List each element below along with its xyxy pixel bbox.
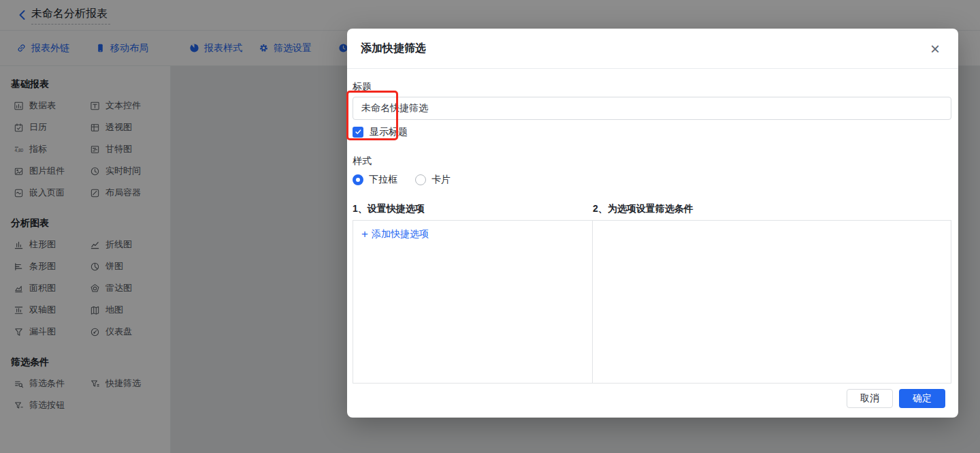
quick-filter-panel: + 添加快捷选项 bbox=[353, 220, 951, 384]
close-icon[interactable]: × bbox=[924, 38, 946, 60]
add-quick-option-link[interactable]: + 添加快捷选项 bbox=[361, 228, 429, 240]
radio-dropdown-label[interactable]: 下拉框 bbox=[369, 174, 397, 186]
radio-dropdown[interactable] bbox=[353, 174, 363, 185]
conditions-column-header: 2、为选项设置筛选条件 bbox=[593, 202, 951, 215]
dialog-header: 添加快捷筛选 bbox=[347, 29, 958, 69]
dialog-footer: 取消 确定 bbox=[847, 389, 945, 408]
check-icon bbox=[355, 128, 362, 136]
options-column-header: 1、设置快捷选项 bbox=[353, 202, 593, 215]
dialog-title: 添加快捷筛选 bbox=[361, 42, 426, 56]
title-field-label: 标题 bbox=[353, 80, 951, 93]
options-list-panel: + 添加快捷选项 bbox=[353, 221, 593, 383]
cancel-button[interactable]: 取消 bbox=[847, 389, 893, 408]
confirm-button[interactable]: 确定 bbox=[899, 389, 945, 408]
radio-card[interactable] bbox=[415, 174, 426, 185]
conditions-panel bbox=[593, 221, 951, 383]
show-title-checkbox[interactable] bbox=[353, 127, 363, 138]
style-field-label: 样式 bbox=[353, 154, 951, 168]
plus-icon: + bbox=[361, 230, 368, 239]
add-quick-filter-dialog: 添加快捷筛选 × 标题 显示标题 样式 下拉框 卡片 1、设置快捷选项 2、为选… bbox=[347, 29, 958, 418]
add-quick-option-label: 添加快捷选项 bbox=[372, 228, 429, 240]
dialog-body: 标题 显示标题 样式 下拉框 卡片 1、设置快捷选项 2、为选项设置筛选条件 bbox=[347, 80, 958, 384]
radio-card-label[interactable]: 卡片 bbox=[431, 174, 451, 186]
title-input[interactable] bbox=[353, 97, 951, 120]
show-title-label[interactable]: 显示标题 bbox=[370, 126, 408, 138]
